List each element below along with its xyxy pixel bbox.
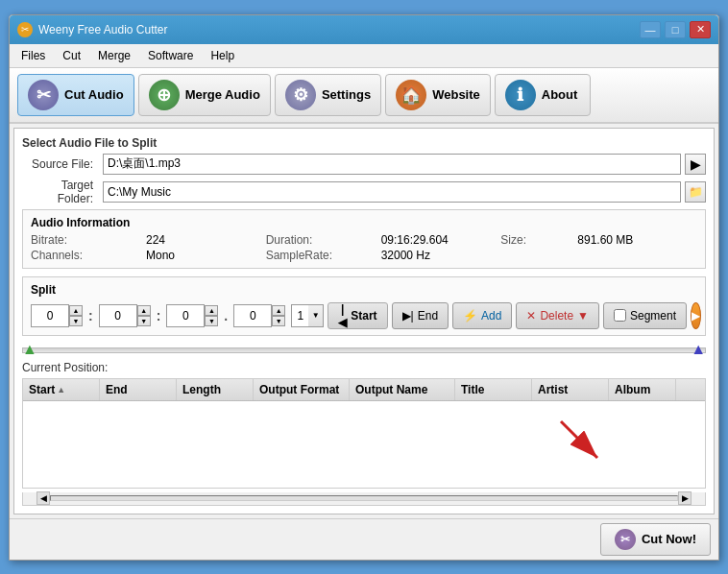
source-browse-button[interactable]: ▶ xyxy=(685,154,706,175)
settings-icon: ⚙ xyxy=(285,80,316,110)
size-val: 891.60 MB xyxy=(577,233,697,247)
source-file-row: Source File: ▶ xyxy=(22,154,706,175)
hours-spin-btns: ▲ ▼ xyxy=(69,305,83,326)
menu-merge[interactable]: Merge xyxy=(90,46,138,65)
bitrate-key: Bitrate: xyxy=(31,233,146,247)
scroll-left-button[interactable]: ◀ xyxy=(36,491,50,505)
hours-down[interactable]: ▼ xyxy=(69,316,83,326)
seconds-down[interactable]: ▼ xyxy=(205,316,218,326)
table-header: Start ▲ End Length Output Format Output … xyxy=(23,379,705,401)
end-button[interactable]: ▶| End xyxy=(392,302,449,329)
minutes-up[interactable]: ▲ xyxy=(137,305,151,316)
seconds-up[interactable]: ▲ xyxy=(205,305,218,316)
col-album: Album xyxy=(609,379,676,400)
toolbar-merge-audio[interactable]: ⊕ Merge Audio xyxy=(138,74,271,116)
split-controls: ▲ ▼ : ▲ ▼ : ▲ ▼ xyxy=(31,302,697,329)
col-artist: Artist xyxy=(532,379,609,400)
end-marker: ▲ xyxy=(691,342,706,357)
samplerate-val: 32000 Hz xyxy=(381,249,501,262)
main-content: Select Audio File to Split Source File: … xyxy=(13,128,715,514)
sep3: . xyxy=(222,308,230,323)
minimize-button[interactable]: — xyxy=(640,21,661,38)
menu-cut[interactable]: Cut xyxy=(55,46,88,65)
hours-spinbox: ▲ ▼ xyxy=(31,304,83,327)
minutes-input[interactable] xyxy=(99,304,137,327)
channels-val: Mono xyxy=(146,249,266,262)
end-icon: ▶| xyxy=(402,309,414,323)
minutes-spin-btns: ▲ ▼ xyxy=(137,305,151,326)
source-file-input[interactable] xyxy=(103,154,681,175)
play-button[interactable]: ▶ xyxy=(691,302,701,329)
add-button[interactable]: ⚡ Add xyxy=(452,302,512,329)
minutes-down[interactable]: ▼ xyxy=(137,316,151,326)
split-mode-dropdown-btn[interactable]: ▼ xyxy=(308,304,324,327)
seconds-spinbox: ▲ ▼ xyxy=(166,304,218,327)
settings-label: Settings xyxy=(322,87,371,102)
cut-now-icon: ✂ xyxy=(615,529,636,550)
ms-spin-btns: ▲ ▼ xyxy=(272,305,285,326)
samplerate-key: SampleRate: xyxy=(266,249,381,262)
sort-start-icon: ▲ xyxy=(57,385,65,395)
menu-files[interactable]: Files xyxy=(13,46,53,65)
menu-bar: Files Cut Merge Software Help xyxy=(10,44,718,68)
size-key: Size: xyxy=(500,233,577,247)
start-label: Start xyxy=(351,309,376,323)
cut-now-button[interactable]: ✂ Cut Now! xyxy=(600,523,711,556)
end-label: End xyxy=(418,309,438,323)
toolbar-about[interactable]: ℹ About xyxy=(495,74,591,116)
delete-button[interactable]: ✕ Delete ▼ xyxy=(516,302,599,329)
start-marker: ▲ xyxy=(22,342,37,357)
segment-label: Segment xyxy=(630,309,676,323)
title-bar-buttons: — □ ✕ xyxy=(640,21,711,38)
main-window: ✂ Weeny Free Audio Cutter — □ ✕ Files Cu… xyxy=(9,14,719,561)
col-end: End xyxy=(100,379,177,400)
split-box: Split ▲ ▼ : ▲ ▼ : xyxy=(22,276,706,336)
split-dropdown: ▼ xyxy=(291,304,324,327)
scroll-right-button[interactable]: ▶ xyxy=(678,491,692,505)
col-title: Title xyxy=(455,379,532,400)
duration-val: 09:16:29.604 xyxy=(381,233,501,247)
target-folder-input[interactable] xyxy=(103,181,681,203)
split-mode-input[interactable] xyxy=(291,304,308,327)
minutes-spinbox: ▲ ▼ xyxy=(99,304,151,327)
about-icon: ℹ xyxy=(505,80,536,110)
col-length: Length xyxy=(177,379,254,400)
toolbar-cut-audio[interactable]: ✂ Cut Audio xyxy=(17,74,134,116)
window-title: Weeny Free Audio Cutter xyxy=(38,23,168,36)
segment-checkbox[interactable] xyxy=(614,309,626,322)
hours-input[interactable] xyxy=(31,304,69,327)
cut-now-label: Cut Now! xyxy=(642,532,696,546)
toolbar: ✂ Cut Audio ⊕ Merge Audio ⚙ Settings 🏠 W… xyxy=(10,68,718,124)
target-browse-button[interactable]: 📁 xyxy=(685,181,706,203)
menu-software[interactable]: Software xyxy=(140,46,201,65)
col-output-format: Output Format xyxy=(254,379,350,400)
ms-input[interactable] xyxy=(233,304,272,327)
close-button[interactable]: ✕ xyxy=(690,21,711,38)
select-audio-label: Select Audio File to Split xyxy=(22,136,706,150)
col-start: Start ▲ xyxy=(23,379,100,400)
audio-info-grid: Bitrate: 224 Duration: 09:16:29.604 Size… xyxy=(31,233,697,262)
seconds-input[interactable] xyxy=(166,304,205,327)
toolbar-settings[interactable]: ⚙ Settings xyxy=(275,74,381,116)
hours-up[interactable]: ▲ xyxy=(69,305,83,316)
segments-table: Start ▲ End Length Output Format Output … xyxy=(22,378,706,489)
sep2: : xyxy=(155,308,163,323)
table-body xyxy=(23,401,705,488)
progress-track[interactable] xyxy=(22,347,706,353)
toolbar-website[interactable]: 🏠 Website xyxy=(385,74,491,116)
maximize-button[interactable]: □ xyxy=(665,21,686,38)
bitrate-val: 224 xyxy=(146,233,266,247)
segment-button[interactable]: Segment xyxy=(603,302,687,329)
audio-info-title: Audio Information xyxy=(31,216,697,229)
scroll-track[interactable] xyxy=(50,495,678,501)
start-icon: |◀ xyxy=(338,302,347,329)
merge-audio-icon: ⊕ xyxy=(149,80,180,110)
cut-audio-icon: ✂ xyxy=(28,80,59,110)
split-title: Split xyxy=(31,283,697,297)
sep1: : xyxy=(86,308,95,323)
menu-help[interactable]: Help xyxy=(203,46,242,65)
ms-down[interactable]: ▼ xyxy=(272,316,285,326)
start-button[interactable]: |◀ Start xyxy=(328,302,387,329)
ms-up[interactable]: ▲ xyxy=(272,305,285,316)
add-icon: ⚡ xyxy=(463,309,477,323)
